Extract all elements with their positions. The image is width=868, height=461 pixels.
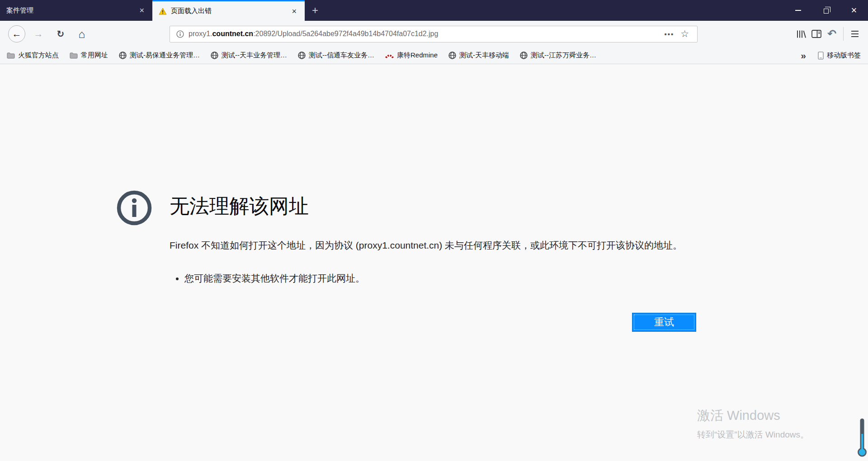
forward-button[interactable]: →: [32, 28, 45, 39]
error-suggestion-list: 您可能需要安装其他软件才能打开此网址。: [173, 272, 365, 285]
reload-button[interactable]: ↻: [53, 28, 68, 39]
bookmark-star-icon[interactable]: ☆: [678, 28, 693, 39]
windows-activation-watermark: 激活 Windows 转到“设置”以激活 Windows。: [697, 407, 809, 441]
url-bar[interactable]: proxy1.countnet.cn:20892/Upload/5a264abe…: [170, 26, 698, 42]
bookmark-label: 康特Redmine: [397, 51, 438, 60]
globe-icon: [298, 52, 306, 59]
sidebar-button[interactable]: [809, 26, 824, 42]
bookmarks-bar: 火狐官方站点 常用网址 测试-易保通业务管理… 测试--天丰业务管理… 测试--…: [0, 47, 868, 64]
bookmark-label: 测试--信通车友业务…: [309, 51, 374, 60]
warning-icon: [159, 8, 167, 15]
back-button[interactable]: ←: [8, 25, 25, 42]
url-domain: countnet.cn: [212, 30, 253, 38]
thermometer-icon: [858, 418, 867, 459]
menu-button[interactable]: [847, 26, 863, 42]
close-icon[interactable]: ×: [137, 5, 147, 15]
undo-icon: ↶: [827, 28, 836, 40]
sidebar-icon: [811, 30, 821, 38]
toolbar-divider: [843, 27, 844, 41]
bookmark-label: 常用网址: [81, 51, 108, 60]
close-icon[interactable]: ×: [289, 6, 299, 16]
bookmark-label: 火狐官方站点: [18, 51, 59, 60]
bookmark-label: 测试--天丰业务管理…: [222, 51, 287, 60]
bookmark-xintong[interactable]: 测试--信通车友业务…: [298, 51, 374, 60]
library-icon: [796, 30, 806, 38]
new-tab-button[interactable]: +: [305, 0, 326, 21]
url-path: :20892/Upload/5a264abe972f4a49b14b4704fa…: [253, 30, 438, 38]
phone-icon: [818, 52, 824, 60]
globe-icon: [520, 52, 528, 59]
redmine-icon: [385, 52, 394, 58]
tab-page-load-error[interactable]: 页面载入出错 ×: [152, 0, 305, 21]
info-icon[interactable]: [176, 30, 184, 38]
page-content: 无法理解该网址 Firefox 不知道如何打开这个地址，因为协议 (proxy1…: [0, 64, 868, 461]
bookmark-tianfeng-mobile[interactable]: 测试-天丰移动端: [448, 51, 509, 60]
url-prefix: proxy1.: [189, 30, 212, 38]
retry-button[interactable]: 重试: [632, 313, 696, 332]
navigation-toolbar: ← → ↻ ⌂ proxy1.countnet.cn:20892/Upload/…: [0, 21, 868, 47]
watermark-line2: 转到“设置”以激活 Windows。: [697, 429, 809, 441]
bookmark-label: 测试-天丰移动端: [459, 51, 509, 60]
bookmark-kangte-redmine[interactable]: 康特Redmine: [385, 51, 438, 60]
titlebar: 案件管理 × 页面载入出错 × + ×: [0, 0, 868, 21]
info-circle-icon: [116, 190, 152, 228]
window-close-button[interactable]: ×: [840, 0, 868, 21]
hamburger-icon: [851, 31, 859, 37]
folder-icon: [7, 52, 15, 59]
globe-icon: [211, 52, 218, 59]
globe-icon: [119, 52, 127, 59]
tab-title: 页面载入出错: [171, 7, 289, 15]
tab-title: 案件管理: [6, 6, 137, 15]
mobile-bookmarks[interactable]: 移动版书签: [818, 51, 861, 60]
library-button[interactable]: [793, 26, 809, 42]
bookmark-jiangsu-wanshun[interactable]: 测试--江苏万舜业务…: [520, 51, 596, 60]
minimize-button[interactable]: [784, 0, 812, 21]
home-button[interactable]: ⌂: [74, 28, 90, 41]
undo-closed-tab-button[interactable]: ↶: [824, 26, 840, 42]
restore-button[interactable]: [812, 0, 840, 21]
bookmark-label: 测试-易保通业务管理…: [130, 51, 200, 60]
globe-icon: [448, 52, 456, 59]
bookmark-folder-common-sites[interactable]: 常用网址: [70, 51, 108, 60]
folder-icon: [70, 52, 78, 59]
watermark-line1: 激活 Windows: [697, 407, 809, 425]
minimize-icon: [795, 10, 801, 11]
bookmarks-overflow-chevron[interactable]: »: [801, 50, 806, 61]
mobile-bookmarks-label: 移动版书签: [827, 51, 861, 60]
bookmark-label: 测试--江苏万舜业务…: [531, 51, 596, 60]
tab-case-management[interactable]: 案件管理 ×: [0, 0, 152, 21]
error-suggestion-item: 您可能需要安装其他软件才能打开此网址。: [184, 272, 365, 285]
toolbar-right-group: ↶: [793, 26, 863, 42]
bookmark-tianfeng-mgmt[interactable]: 测试--天丰业务管理…: [211, 51, 287, 60]
restore-icon: [824, 9, 829, 14]
page-actions-icon[interactable]: •••: [660, 30, 678, 38]
bookmark-folder-firefox-official[interactable]: 火狐官方站点: [7, 51, 59, 60]
error-description: Firefox 不知道如何打开这个地址，因为协议 (proxy1.countne…: [170, 238, 703, 252]
error-title: 无法理解该网址: [170, 193, 309, 220]
bookmark-yibaotong[interactable]: 测试-易保通业务管理…: [119, 51, 200, 60]
url-text: proxy1.countnet.cn:20892/Upload/5a264abe…: [189, 30, 438, 38]
titlebar-drag-area: [326, 0, 784, 21]
